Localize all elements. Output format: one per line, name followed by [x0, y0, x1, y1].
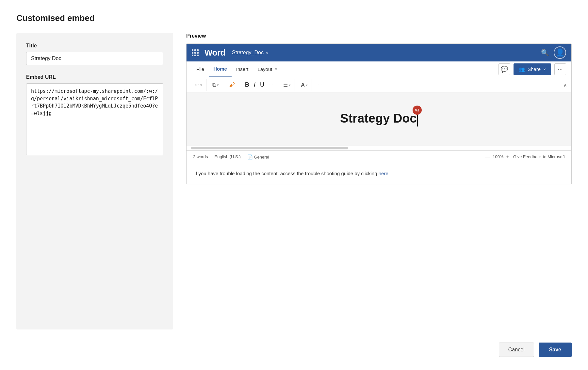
feedback-link[interactable]: Give Feedback to Microsoft — [513, 154, 565, 159]
format-more-button[interactable]: ··· — [267, 80, 275, 90]
toolbar-collapse-button[interactable]: ∧ — [564, 82, 567, 88]
preview-label: Preview — [186, 33, 572, 39]
zoom-level: 100% — [493, 154, 503, 159]
ribbon-layout[interactable]: Layout ∨ — [253, 61, 282, 77]
ribbon-menu-items: File Home Insert Layout ∨ — [192, 61, 498, 77]
share-button[interactable]: 👥 Share ∨ — [514, 63, 551, 75]
ribbon-more-button[interactable]: ··· — [554, 63, 566, 75]
word-count: 2 words — [193, 154, 208, 159]
highlight-chevron: ∨ — [305, 83, 308, 87]
share-icon: 👥 — [519, 66, 525, 72]
embed-url-textarea[interactable]: https://microsoftapc-my.sharepoint.com/:… — [26, 83, 163, 155]
scroll-area[interactable] — [187, 145, 571, 150]
paintbrush-icon: 🖌 — [229, 81, 235, 88]
undo-group: ↩ ∨ — [191, 79, 206, 91]
word-logo: Word — [204, 48, 225, 58]
zoom-out-button[interactable]: — — [485, 154, 490, 160]
title-label: Title — [26, 43, 163, 49]
paintbrush-button[interactable]: 🖌 — [227, 80, 237, 90]
more-dots-icon: ··· — [558, 66, 563, 73]
highlight-group: A ∨ — [297, 79, 312, 91]
toolbar-more-group: ··· — [314, 79, 326, 91]
save-button[interactable]: Save — [539, 343, 572, 357]
zoom-controls: — 100% + — [485, 154, 509, 160]
doc-name-chevron: ∨ — [266, 50, 269, 55]
bottom-actions: Cancel Save — [16, 339, 572, 357]
toolbar-more-button[interactable]: ··· — [316, 80, 324, 90]
undo-button[interactable]: ↩ ∨ — [193, 80, 204, 90]
apps-grid-icon[interactable] — [192, 49, 199, 56]
bold-button[interactable]: B — [243, 80, 251, 90]
trouble-shooting-link[interactable]: here — [379, 171, 388, 176]
comment-icon: 💬 — [501, 66, 508, 73]
highlight-icon: A — [301, 82, 305, 88]
highlight-button[interactable]: A ∨ — [299, 80, 310, 90]
word-doc-name[interactable]: Strategy_Doc ∨ — [232, 50, 269, 56]
underline-button[interactable]: U — [258, 80, 266, 90]
word-preview: Word Strategy_Doc ∨ 🔍 👤 File Home Ins — [186, 43, 572, 184]
share-chevron: ∨ — [543, 67, 546, 71]
left-panel: Title Embed URL https://microsoftapc-my.… — [16, 33, 173, 329]
header-right-actions: 🔍 👤 — [541, 46, 566, 59]
undo-chevron: ∨ — [200, 83, 202, 87]
clipboard-chevron: ∨ — [217, 83, 219, 87]
trouble-notice: If you have trouble loading the content,… — [187, 163, 571, 184]
layout-chevron: ∨ — [275, 67, 277, 71]
status-bar-right: — 100% + Give Feedback to Microsoft — [485, 154, 565, 160]
ribbon-file[interactable]: File — [192, 61, 209, 77]
scrollbar-track[interactable] — [191, 147, 348, 149]
clipboard-icon: ⧉ — [212, 82, 216, 88]
align-icon: ☰ — [283, 82, 288, 88]
document-text: Strategy Doc — [340, 111, 416, 125]
right-panel: Preview Word Strategy_Doc ∨ 🔍 👤 — [186, 33, 572, 329]
status-bar: 2 words English (U.S.) 📄 General — 100% … — [187, 150, 571, 163]
align-group: ☰ ∨ — [279, 79, 295, 91]
align-button[interactable]: ☰ ∨ — [281, 80, 293, 90]
document-content: VJ Strategy Doc — [340, 111, 417, 126]
ribbon-insert[interactable]: Insert — [232, 61, 253, 77]
user-avatar[interactable]: 👤 — [554, 46, 566, 59]
toolbar: ↩ ∨ ⧉ ∨ 🖌 B I — [187, 77, 571, 93]
search-icon[interactable]: 🔍 — [541, 49, 549, 57]
cancel-button[interactable]: Cancel — [499, 343, 534, 357]
user-presence-badge: VJ — [413, 106, 422, 115]
page-title: Customised embed — [16, 13, 572, 23]
embed-url-label: Embed URL — [26, 74, 163, 80]
document-area: VJ Strategy Doc — [187, 93, 571, 145]
style-icon: 📄 — [247, 154, 253, 160]
style-indicator: 📄 General — [247, 154, 269, 160]
ribbon-home[interactable]: Home — [209, 61, 232, 77]
italic-button[interactable]: I — [252, 80, 257, 90]
undo-icon: ↩ — [195, 82, 199, 88]
format-group: B I U ··· — [241, 79, 277, 91]
paintbrush-group: 🖌 — [225, 79, 239, 91]
comment-button[interactable]: 💬 — [498, 63, 510, 75]
title-input[interactable] — [26, 52, 163, 65]
language-indicator: English (U.S.) — [215, 154, 241, 159]
main-layout: Title Embed URL https://microsoftapc-my.… — [16, 33, 572, 329]
zoom-in-button[interactable]: + — [506, 154, 509, 160]
ribbon-right-actions: 💬 👥 Share ∨ ··· — [498, 63, 566, 75]
ribbon-bar: File Home Insert Layout ∨ 💬 — [187, 61, 571, 77]
word-header: Word Strategy_Doc ∨ 🔍 👤 — [187, 44, 571, 61]
clipboard-group: ⧉ ∨ — [208, 79, 223, 91]
align-chevron: ∨ — [288, 83, 291, 87]
clipboard-button[interactable]: ⧉ ∨ — [210, 80, 221, 90]
